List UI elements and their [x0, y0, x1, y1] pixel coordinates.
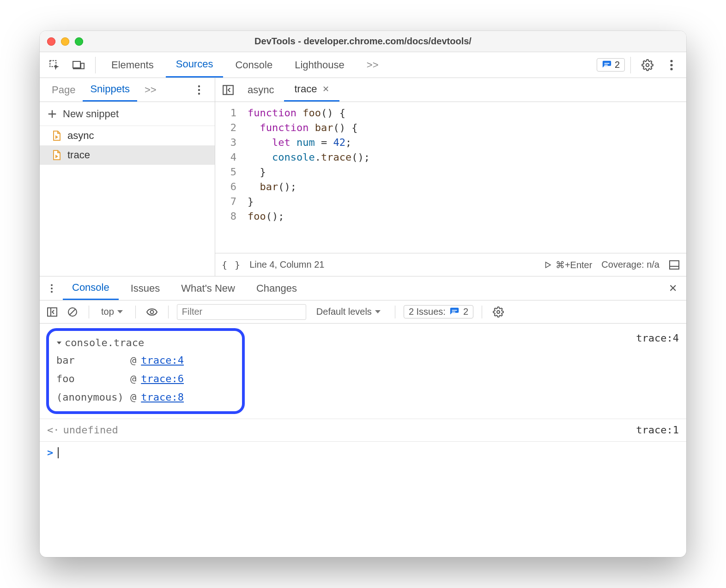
frame-at: @ [130, 371, 136, 387]
snippet-item-async[interactable]: async [40, 126, 215, 145]
drawer: Console Issues What's New Changes ✕ top [40, 276, 686, 557]
issues-button[interactable]: 2 Issues: 2 [404, 305, 473, 318]
message-source-link[interactable]: trace:1 [636, 422, 679, 438]
message-source-link[interactable]: trace:4 [636, 324, 679, 347]
stack-frame: (anonymous) @ trace:8 [56, 388, 235, 407]
issues-count: 2 [463, 306, 468, 317]
plus-icon [47, 109, 57, 119]
nav-tab-snippets[interactable]: Snippets [83, 78, 137, 102]
inspect-icon[interactable] [43, 54, 66, 76]
snippet-label: trace [67, 149, 90, 161]
disclosure-triangle-icon [56, 340, 62, 346]
issues-icon [602, 60, 612, 70]
tab-console[interactable]: Console [225, 52, 283, 78]
console-prompt[interactable]: > [40, 442, 686, 464]
console-toolbar: top Default levels 2 Issues: 2 [40, 300, 686, 324]
settings-icon[interactable] [636, 54, 659, 76]
snippets-list: async trace [40, 126, 215, 276]
run-shortcut-label: ⌘+Enter [556, 259, 592, 270]
close-window-button[interactable] [47, 37, 55, 46]
svg-rect-28 [452, 312, 455, 312]
svg-point-7 [670, 60, 672, 62]
console-settings-icon[interactable] [490, 301, 506, 323]
svg-line-25 [70, 309, 75, 315]
frame-function: (anonymous) [56, 389, 126, 406]
svg-rect-27 [452, 310, 457, 311]
editor-tabs: async trace ✕ [215, 78, 686, 102]
drawer-tab-whatsnew[interactable]: What's New [172, 276, 244, 300]
context-selector[interactable]: top [97, 306, 127, 317]
frame-source-link[interactable]: trace:4 [141, 352, 184, 369]
chevron-down-icon [117, 310, 123, 314]
trace-header-row[interactable]: console.trace [56, 335, 235, 351]
drawer-tab-console[interactable]: Console [63, 276, 119, 300]
console-output: console.trace bar @ trace:4 foo @ trace:… [40, 324, 686, 557]
stack-trace-block: console.trace bar @ trace:4 foo @ trace:… [46, 328, 245, 414]
trace-header-label: console.trace [65, 335, 144, 351]
frame-source-link[interactable]: trace:8 [141, 389, 184, 406]
svg-rect-3 [81, 63, 84, 69]
drawer-tabs: Console Issues What's New Changes ✕ [40, 276, 686, 300]
svg-point-12 [198, 92, 200, 94]
svg-point-20 [51, 287, 53, 289]
tab-elements[interactable]: Elements [101, 52, 164, 78]
minimize-window-button[interactable] [61, 37, 69, 46]
clear-console-icon[interactable] [65, 301, 80, 323]
svg-point-11 [198, 89, 200, 90]
chevron-down-icon [375, 310, 381, 314]
devtools-window: DevTools - developer.chrome.com/docs/dev… [40, 31, 686, 557]
pretty-print-icon[interactable]: { } [222, 259, 241, 270]
close-tab-icon[interactable]: ✕ [322, 84, 329, 94]
frame-at: @ [130, 352, 136, 369]
issues-label: 2 Issues: [409, 306, 446, 317]
play-icon [544, 261, 552, 269]
frame-at: @ [130, 389, 136, 406]
editor-tab-async[interactable]: async [237, 78, 284, 102]
nav-kebab-icon[interactable] [188, 79, 210, 101]
code-content: function foo() { function bar() { let nu… [241, 102, 376, 253]
tab-sources[interactable]: Sources [166, 52, 224, 78]
console-sidebar-toggle-icon[interactable] [44, 301, 60, 323]
sources-panel: Page Snippets >> New snippet async trace [40, 78, 686, 276]
stack-frame: foo @ trace:6 [56, 370, 235, 388]
svg-point-10 [198, 85, 200, 87]
dock-side-icon[interactable] [669, 260, 680, 270]
titlebar: DevTools - developer.chrome.com/docs/dev… [40, 31, 686, 52]
editor-tab-trace[interactable]: trace ✕ [284, 78, 339, 102]
cursor-position: Line 4, Column 21 [249, 259, 324, 270]
tabs-overflow[interactable]: >> [357, 52, 389, 78]
nav-tabs-overflow[interactable]: >> [137, 78, 164, 102]
svg-rect-5 [604, 65, 607, 66]
log-level-selector[interactable]: Default levels [311, 306, 387, 317]
filter-input[interactable] [177, 304, 306, 320]
line-gutter: 12345678 [215, 102, 241, 253]
text-cursor [58, 447, 59, 458]
window-title: DevTools - developer.chrome.com/docs/dev… [40, 36, 686, 47]
snippet-item-trace[interactable]: trace [40, 145, 215, 165]
frame-function: bar [56, 352, 126, 369]
frame-function: foo [56, 371, 126, 387]
run-snippet-button[interactable]: ⌘+Enter [544, 259, 592, 270]
close-drawer-icon[interactable]: ✕ [669, 282, 683, 294]
new-snippet-button[interactable]: New snippet [40, 102, 215, 126]
toggle-navigator-icon[interactable] [219, 79, 237, 101]
frame-source-link[interactable]: trace:6 [141, 371, 184, 387]
return-arrow-icon: <· [47, 422, 60, 438]
divider [95, 57, 96, 73]
main-tab-bar: Elements Sources Console Lighthouse >> 2 [40, 52, 686, 78]
divider [630, 57, 631, 73]
kebab-menu-icon[interactable] [660, 54, 683, 76]
svg-point-26 [150, 310, 153, 313]
nav-tab-page[interactable]: Page [44, 78, 83, 102]
drawer-kebab-icon[interactable] [43, 277, 60, 300]
device-toolbar-icon[interactable] [67, 54, 90, 76]
code-editor[interactable]: 12345678 function foo() { function bar()… [215, 102, 686, 253]
issues-badge[interactable]: 2 [597, 58, 625, 72]
drawer-tab-issues[interactable]: Issues [121, 276, 169, 300]
drawer-tab-changes[interactable]: Changes [247, 276, 306, 300]
tab-lighthouse[interactable]: Lighthouse [284, 52, 355, 78]
return-value: undefined [63, 422, 118, 438]
live-expression-icon[interactable] [144, 301, 160, 323]
stack-frame: bar @ trace:4 [56, 351, 235, 370]
zoom-window-button[interactable] [75, 37, 83, 46]
